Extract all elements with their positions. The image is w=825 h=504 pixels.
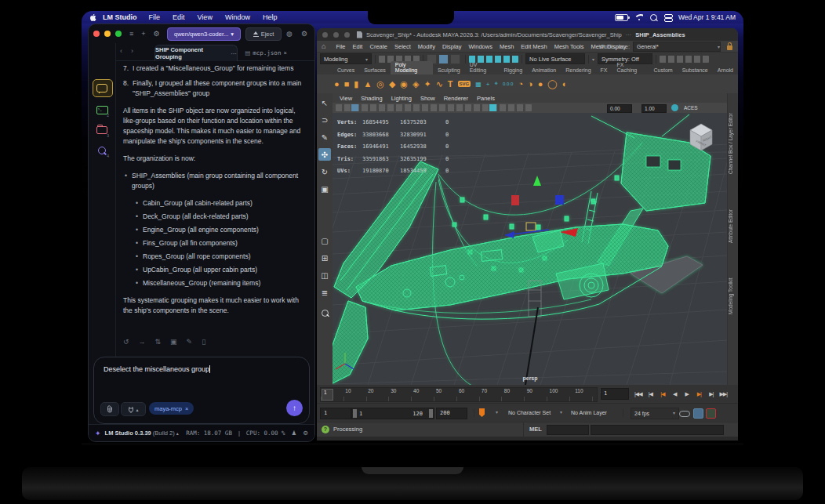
panel-menubar-1[interactable]: Shading — [361, 95, 383, 102]
delete-icon[interactable]: ▯ — [202, 338, 205, 346]
regenerate-icon[interactable]: ↺ — [123, 338, 129, 346]
shelf-icons-8[interactable]: ✦ — [423, 79, 431, 89]
minimize-window-button[interactable] — [333, 32, 339, 38]
mel-input-field[interactable] — [547, 425, 589, 435]
close-tab-icon[interactable]: × — [283, 49, 286, 56]
panel-menubar-0[interactable]: View — [340, 95, 352, 102]
mel-label[interactable]: MEL — [529, 422, 542, 437]
playback-controls-1[interactable]: |◀ — [645, 387, 657, 401]
select-component-icon[interactable] — [450, 54, 460, 64]
shelf-icons-11[interactable]: SVG — [458, 81, 471, 87]
tab-modeling-toolkit[interactable]: Modeling Toolkit — [728, 263, 738, 330]
shelf-icons-6[interactable]: ◉ — [400, 79, 408, 89]
control-center-icon[interactable] — [664, 14, 671, 20]
maya-menu-8[interactable]: Edit Mesh — [518, 43, 551, 50]
shelf-icons-13[interactable]: + — [486, 81, 490, 88]
menubar-item-file[interactable]: File — [149, 13, 161, 21]
live-surface-button[interactable]: No Live Surface — [525, 53, 585, 64]
shelf-icons-2[interactable]: ▮ — [354, 79, 358, 89]
playback-controls-0[interactable]: |◀◀ — [632, 387, 645, 401]
maya-menu-0[interactable]: File — [333, 43, 349, 50]
gear-icon[interactable]: ⚙ — [303, 430, 308, 437]
active-shading-icon[interactable] — [351, 104, 358, 111]
shelf-tabs-0[interactable]: Curves — [333, 67, 359, 74]
scale-tool-icon[interactable]: ▣ — [318, 183, 331, 195]
panel-menubar-3[interactable]: Show — [420, 95, 435, 102]
copy-icon[interactable]: ▣ — [170, 338, 177, 346]
zoom-tool-icon[interactable] — [318, 306, 331, 319]
select-tool-icon[interactable]: ↖ — [318, 96, 331, 109]
shelf-icons-15[interactable]: 0.0.0 — [503, 82, 513, 86]
isolate-select-icon[interactable] — [489, 104, 496, 111]
range-start-handle[interactable] — [353, 409, 357, 418]
anim-layer-selector[interactable]: No Anim Layer — [571, 404, 607, 422]
animation-end-field[interactable]: 200 — [436, 408, 467, 419]
shelf-icons-0[interactable]: ● — [334, 79, 340, 89]
sidebar-item-discover[interactable]: 4 — [94, 143, 110, 158]
shelf-icons-19[interactable]: ◯ — [547, 79, 557, 89]
current-frame-field[interactable]: 1 — [601, 388, 629, 400]
chevron-up-icon[interactable]: ▴ — [176, 430, 179, 436]
panel-menubar-2[interactable]: Lighting — [391, 95, 412, 102]
playback-controls-7[interactable]: ▶▶| — [718, 387, 730, 401]
range-end-handle[interactable] — [429, 409, 433, 418]
shelf-tabs-3[interactable]: Sculpting — [433, 67, 465, 74]
sidebar-toggle-icon[interactable]: ≡ — [129, 30, 133, 38]
tab-mcp-json[interactable]: ▤ mcp.json × — [241, 45, 291, 60]
playback-controls-3[interactable]: ◀ — [669, 387, 681, 401]
shelf-tabs-2[interactable]: Poly Modeling — [391, 61, 433, 74]
maya-menu-5[interactable]: Display — [438, 43, 465, 50]
select-object-icon[interactable] — [438, 54, 449, 64]
send-button[interactable]: ↑ — [286, 400, 303, 416]
viewport-toolbar-icons[interactable] — [336, 104, 532, 111]
shelf-icons-14[interactable]: ⌖ — [495, 80, 499, 88]
shelf-tabs-5[interactable]: Rigging — [499, 67, 527, 74]
sidebar-item-models[interactable]: 3 — [94, 123, 110, 137]
zoom-window-button[interactable] — [344, 32, 350, 38]
tab-back-icon[interactable]: ‹ — [120, 47, 122, 55]
shelf-tabs-7[interactable]: Rendering — [561, 67, 595, 74]
menubar-clock[interactable]: Wed Apr 1 9:41 AM — [678, 13, 736, 21]
maya-menu-2[interactable]: Create — [366, 43, 391, 50]
panel-menubar-5[interactable]: Panels — [477, 95, 495, 102]
mcp-chip-maya-mcp[interactable]: maya-mcp × — [149, 402, 194, 415]
menubar-item-edit[interactable]: Edit — [173, 13, 185, 21]
battery-icon[interactable] — [615, 14, 628, 21]
shelf-tabs-1[interactable]: Surfaces — [359, 67, 391, 74]
minimize-window-button[interactable] — [104, 31, 111, 37]
current-frame-marker[interactable]: 1 — [322, 389, 333, 401]
rotate-tool-icon[interactable]: ↻ — [318, 165, 331, 178]
playback-controls-6[interactable]: ▶| — [705, 387, 718, 401]
spotlight-icon[interactable] — [650, 14, 657, 21]
history-icons[interactable] — [660, 56, 709, 63]
maya-menu-7[interactable]: Mesh — [496, 43, 517, 50]
menubar-item-window[interactable]: Window — [225, 13, 250, 21]
lasso-tool-icon[interactable]: ⊃ — [318, 114, 331, 126]
chat-input-text[interactable]: Deselect the miscellaneous group — [104, 365, 210, 373]
layout-outliner-icon[interactable]: ≣ — [318, 286, 331, 299]
exposure-field[interactable]: 0.00 — [607, 104, 632, 113]
color-management-icon[interactable] — [671, 104, 678, 111]
layout-single-pane-icon[interactable]: ▢ — [318, 234, 331, 247]
timeline-ruler[interactable]: 01020304050607080901001101 1 — [320, 387, 598, 402]
branch-icon[interactable]: ⇅ — [155, 338, 162, 346]
tab-channel-box[interactable]: Channel Box / Layer Editor — [728, 96, 738, 190]
shelf-icons-20[interactable]: ◐ — [562, 79, 568, 89]
menu-set-selector[interactable]: Modeling ▾ — [320, 53, 372, 64]
shelf-icons-12[interactable]: ▦ — [475, 81, 482, 88]
character-set-selector[interactable]: No Character Set — [508, 404, 551, 422]
shelf-tabs-6[interactable]: Animation — [527, 67, 561, 74]
view-cube[interactable]: FRONT RIGHT — [682, 119, 720, 157]
shelf-icons-9[interactable]: ∿ — [436, 79, 443, 89]
viewport-canvas[interactable]: Verts:16854495163752030 Edges:3380366832… — [333, 113, 728, 385]
fps-selector[interactable]: 24 fps ▾ — [631, 408, 679, 419]
move-tool-icon[interactable]: ✣ — [318, 148, 331, 161]
continue-icon[interactable]: → — [139, 338, 146, 346]
shelf-icons-7[interactable]: ◈ — [412, 79, 419, 89]
shelf-tabs-9[interactable]: FX Caching — [612, 61, 649, 74]
menubar-app-name[interactable]: LM Studio — [103, 13, 137, 21]
user-icon[interactable]: ♟ — [292, 430, 297, 437]
command-result-field[interactable] — [591, 425, 724, 435]
attach-button[interactable] — [100, 402, 119, 416]
shelf-icons-1[interactable]: ■ — [344, 79, 350, 89]
